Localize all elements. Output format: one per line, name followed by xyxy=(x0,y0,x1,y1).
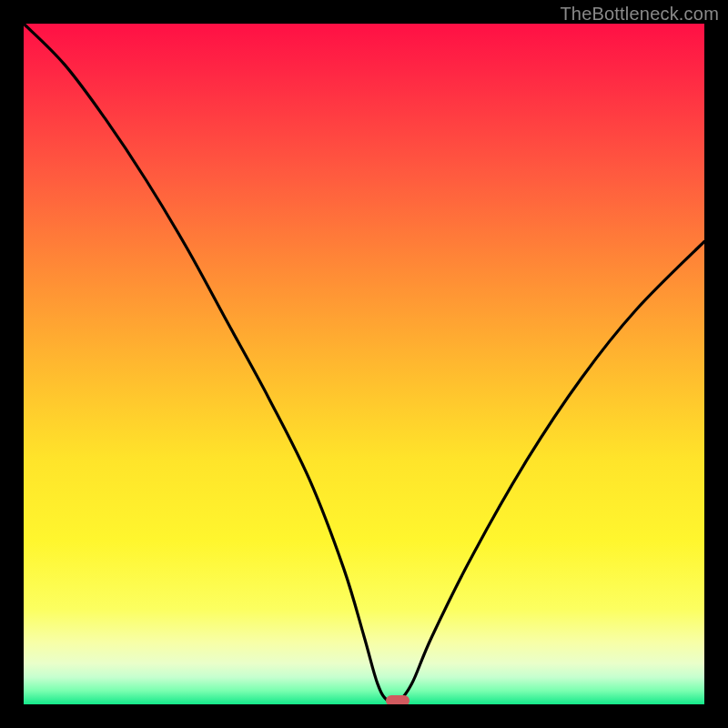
curve-layer xyxy=(24,24,704,704)
watermark-text: TheBottleneck.com xyxy=(560,4,719,25)
chart-frame: TheBottleneck.com xyxy=(0,0,728,728)
optimal-point-marker xyxy=(386,695,410,704)
plot-area xyxy=(24,24,704,704)
bottleneck-curve xyxy=(24,24,704,703)
